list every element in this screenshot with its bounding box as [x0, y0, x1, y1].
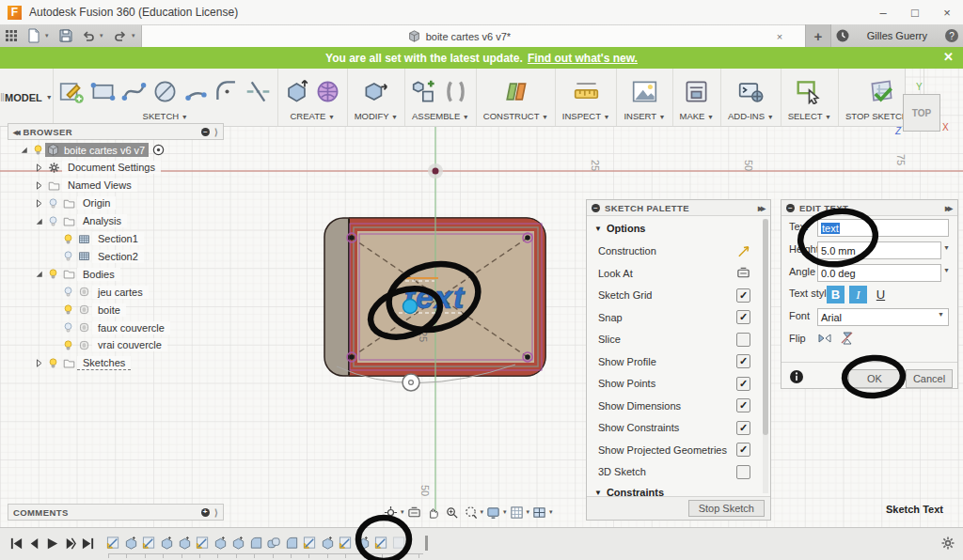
edit-text-header[interactable]: – EDIT TEXT ▸▸	[781, 200, 957, 216]
redo-button[interactable]	[109, 24, 132, 47]
window-zoom-nav-button[interactable]	[462, 505, 480, 521]
pan-hand-nav-button[interactable]	[424, 505, 442, 521]
whats-new-link[interactable]: Find out what's new.	[528, 52, 638, 65]
font-dropdown-caret[interactable]: ▼	[938, 311, 944, 318]
rectangle-tool-button[interactable]	[89, 76, 118, 106]
text-input[interactable]: text	[817, 219, 949, 237]
ok-button[interactable]: OK	[848, 369, 901, 388]
edit-text-expand-icon[interactable]: ▸▸	[945, 203, 953, 213]
tree-item-document-settings[interactable]: Document Settings	[32, 160, 161, 176]
tree-item-origin[interactable]: Origin	[32, 195, 116, 211]
help-button[interactable]: ?	[940, 24, 963, 47]
toolbar-group-label[interactable]: CREATE ▼	[283, 111, 342, 126]
toolbar-group-label[interactable]: SELECT ▼	[786, 111, 833, 126]
bulb-on-icon[interactable]	[47, 268, 59, 280]
tree-item-vrai-couvercle[interactable]: vrai couvercle	[47, 337, 167, 353]
tri-expanded-icon[interactable]	[18, 144, 30, 156]
timeline-feature-extrude-8[interactable]	[231, 536, 245, 551]
tree-item-section1[interactable]: Section1	[47, 231, 144, 247]
display-settings-nav-button[interactable]	[484, 505, 502, 521]
file-menu-caret[interactable]: ▾	[45, 24, 55, 47]
stop-sketch-button[interactable]	[867, 76, 895, 106]
bold-button[interactable]: B	[827, 286, 845, 303]
lookat-nav-button[interactable]	[405, 505, 423, 521]
scripts-addins-button[interactable]	[736, 76, 765, 106]
show-constraints-checkbox[interactable]: ✓	[736, 421, 750, 435]
measure-tool-button[interactable]	[572, 76, 600, 106]
options-section-header[interactable]: ▼Options	[594, 223, 645, 234]
tree-item-faux-couvercle[interactable]: faux couvercle	[47, 319, 170, 335]
edit-text-collapse-icon[interactable]: –	[786, 204, 795, 212]
timeline-feature-extrude-15[interactable]	[356, 536, 371, 551]
tri-collapsed-icon[interactable]	[33, 197, 45, 210]
show-projected-geometries-checkbox[interactable]: ✓	[736, 443, 750, 457]
bulb-on-icon[interactable]	[62, 303, 74, 316]
italic-button[interactable]: I	[849, 286, 867, 303]
redo-caret[interactable]: ▾	[132, 24, 141, 47]
palette-expand-icon[interactable]: ▸▸	[758, 203, 766, 213]
close-button[interactable]: ×	[931, 1, 963, 24]
timeline-feature-sketch-3[interactable]	[142, 536, 156, 551]
select-cursor-button[interactable]	[796, 76, 824, 106]
timeline-end-marker[interactable]	[425, 536, 428, 551]
height-dropdown-caret[interactable]: ▼	[943, 244, 950, 251]
tri-expanded-icon[interactable]	[33, 268, 45, 280]
toolbar-group-label[interactable]: MAKE ▼	[678, 111, 717, 126]
browser-collapse-icon[interactable]: –	[201, 128, 210, 136]
timeline-feature-combine-10[interactable]	[267, 536, 281, 551]
joint-tool-button[interactable]	[442, 76, 470, 106]
cancel-button[interactable]: Cancel	[906, 369, 953, 388]
timeline-feature-sketch-6[interactable]	[196, 536, 210, 551]
minimize-button[interactable]: –	[867, 1, 899, 24]
bulb-off-icon[interactable]	[62, 286, 74, 298]
undo-caret[interactable]: ▾	[100, 24, 109, 47]
snap-checkbox[interactable]: ✓	[736, 310, 750, 324]
pb-play-icon[interactable]	[45, 537, 59, 551]
zoom-mag-nav-button[interactable]	[443, 505, 461, 521]
bulb-off-icon[interactable]	[62, 321, 74, 334]
maximize-button[interactable]: □	[899, 1, 931, 24]
bulb-on-icon[interactable]	[62, 233, 74, 245]
trim-tool-button[interactable]	[245, 76, 273, 106]
gear-large-icon[interactable]	[940, 536, 955, 551]
angle-dropdown-caret[interactable]: ▼	[943, 267, 950, 273]
timeline-feature-fillet-11[interactable]	[285, 536, 299, 551]
save-button[interactable]	[55, 24, 77, 47]
timeline-feature-extrude-4[interactable]	[160, 536, 174, 551]
timeline-go-end-button[interactable]	[81, 537, 96, 552]
timeline-feature-ghost-17[interactable]	[392, 536, 406, 551]
viewports-nav-button[interactable]	[530, 505, 548, 521]
font-select[interactable]: Arial	[817, 308, 949, 326]
comments-header[interactable]: COMMENTS + ⟩	[8, 504, 224, 521]
form-tool-button[interactable]	[314, 76, 342, 106]
stop-sketch-button[interactable]: Stop Sketch	[688, 500, 765, 517]
pb-next-icon[interactable]	[63, 537, 77, 551]
grid-settings-nav-button[interactable]	[508, 505, 526, 521]
pb-last-icon[interactable]	[81, 537, 95, 551]
timeline-go-start-button[interactable]	[9, 537, 24, 552]
viewcube-top-face[interactable]: TOP	[903, 94, 940, 132]
tree-item-jeu-cartes[interactable]: jeu cartes	[47, 284, 149, 300]
print-3d-button[interactable]	[683, 76, 711, 106]
timeline-feature-extrude-2[interactable]	[124, 536, 138, 551]
tree-item-bodies[interactable]: Bodies	[32, 266, 120, 282]
tri-collapsed-icon[interactable]	[33, 162, 45, 174]
timeline-feature-sketch-12[interactable]	[303, 536, 317, 551]
flip-vertical-button[interactable]	[840, 331, 855, 346]
toolbar-group-label[interactable]: CONSTRUCT ▼	[482, 111, 550, 126]
show-profile-checkbox[interactable]: ✓	[736, 354, 750, 368]
view-cube[interactable]: TOP Y X Z	[899, 90, 955, 137]
orbit-caret[interactable]: ▾	[401, 508, 404, 516]
info-icon[interactable]	[789, 369, 804, 384]
show-dimensions-checkbox[interactable]: ✓	[736, 398, 750, 412]
timeline-play-button[interactable]	[45, 537, 60, 552]
timeline-feature-extrude-13[interactable]	[321, 536, 335, 551]
origin-point[interactable]	[428, 163, 443, 179]
tree-item-sketches[interactable]: Sketches	[32, 355, 131, 371]
press-pull-button[interactable]	[362, 76, 390, 106]
timeline-feature-extrude-5[interactable]	[178, 536, 192, 551]
fillet-tool-button[interactable]	[213, 76, 242, 106]
timeline-feature-sketch-16[interactable]	[374, 536, 388, 551]
sketch-grid-checkbox[interactable]: ✓	[736, 288, 750, 303]
selected-sketch-point[interactable]	[403, 300, 418, 314]
